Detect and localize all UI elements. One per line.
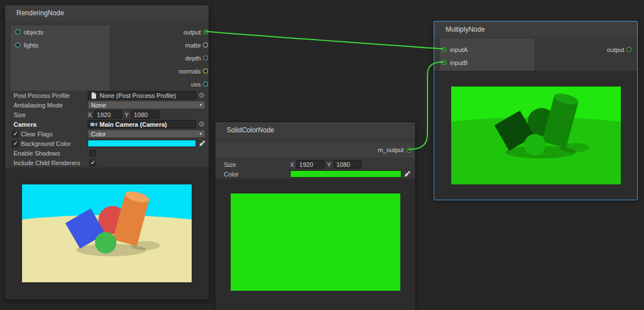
output-row-matte: matte — [110, 38, 209, 51]
color-swatch[interactable] — [290, 170, 401, 178]
size-y-label: Y — [124, 111, 128, 118]
include-child-renderers-label: Include Child Renderers — [5, 160, 88, 166]
camera-value: Main Camera (Camera) — [100, 121, 167, 128]
prop-camera: Camera Main Camera (Camera) ⊙ — [5, 119, 209, 129]
object-picker-icon[interactable]: ⊙ — [198, 120, 205, 128]
port-normals[interactable] — [203, 68, 208, 74]
solid-color-preview-section — [215, 179, 415, 310]
input-row-inputA: inputA — [440, 43, 534, 56]
clear-flags-checkbox[interactable] — [12, 131, 19, 137]
port-lights[interactable] — [15, 42, 20, 48]
post-process-profile-value: None (Post Process Profile) — [100, 92, 176, 99]
size-x-input[interactable] — [94, 110, 122, 119]
multiply-preview-section — [434, 71, 637, 200]
rendering-node[interactable]: RenderingNode objects lights output — [5, 5, 209, 300]
output-row-depth: depth — [110, 51, 209, 64]
multiply-node-header[interactable]: MultiplyNode — [434, 21, 637, 37]
size-label: Size — [5, 111, 88, 118]
size-y-input[interactable] — [131, 110, 159, 119]
port-inputB-label: inputB — [450, 59, 468, 66]
output-row-output: output — [536, 43, 637, 56]
port-inputA[interactable] — [442, 47, 447, 52]
camera-label: Camera — [5, 121, 88, 128]
antialiasing-mode-dropdown[interactable]: None ▾ — [88, 101, 205, 109]
color-label: Color — [215, 171, 290, 178]
clear-flags-dropdown[interactable]: Color ▾ — [88, 130, 205, 138]
solid-color-properties: Size X Y Color — [215, 160, 415, 179]
size-x-label: X — [88, 111, 92, 118]
multiply-inputs-panel: inputA inputB — [440, 38, 534, 71]
prop-color: Color — [215, 169, 415, 179]
include-child-renderers-checkbox[interactable] — [89, 160, 96, 166]
background-color-swatch[interactable] — [88, 140, 196, 147]
solid-color-preview-image — [231, 193, 400, 291]
port-m-output-label: m_output — [378, 147, 404, 153]
port-output-label: output — [607, 46, 624, 53]
clear-flags-value: Color — [91, 131, 106, 137]
object-picker-icon[interactable]: ⊙ — [198, 92, 205, 99]
port-depth[interactable] — [203, 55, 208, 61]
port-output[interactable] — [203, 29, 208, 35]
solid-color-output-band: m_output — [215, 143, 415, 157]
output-row-output: output — [110, 25, 209, 38]
rendering-inputs-panel: objects lights — [11, 25, 110, 91]
input-row-objects: objects — [11, 25, 110, 38]
antialiasing-mode-value: None — [91, 102, 106, 109]
prop-clear-flags: Clear Flags Color ▾ — [5, 129, 209, 139]
prop-post-process-profile: Post Process Profile None (Post Process … — [5, 91, 209, 100]
clear-flags-label: Clear Flags — [21, 131, 53, 137]
port-uvs[interactable] — [203, 81, 208, 87]
input-row-lights: lights — [11, 38, 110, 51]
prop-enable-shadows: Enable Shadows — [5, 148, 209, 158]
dropdown-arrow-icon: ▾ — [200, 131, 202, 136]
document-icon — [90, 92, 97, 99]
port-matte-label: matte — [185, 42, 201, 49]
preview-ball-front — [95, 232, 116, 253]
port-output[interactable] — [626, 47, 632, 52]
rendering-node-header[interactable]: RenderingNode — [5, 5, 209, 21]
size-y-input[interactable] — [334, 160, 362, 169]
post-process-profile-field[interactable]: None (Post Process Profile) — [88, 91, 196, 100]
enable-shadows-checkbox[interactable] — [89, 150, 96, 157]
port-objects[interactable] — [15, 29, 20, 35]
multiply-node[interactable]: MultiplyNode inputA inputB output — [434, 21, 638, 200]
port-uvs-label: uvs — [191, 81, 201, 88]
rendering-preview-section — [5, 167, 209, 299]
size-y-label: Y — [327, 161, 331, 168]
solid-color-node[interactable]: SolidColorNode m_output Size X Y Color — [215, 122, 416, 310]
solid-color-node-title: SolidColorNode — [227, 126, 274, 134]
wire-rendering-output-to-multiply-inputA[interactable] — [206, 32, 444, 49]
node-graph-canvas[interactable]: RenderingNode objects lights output — [0, 0, 644, 310]
port-matte[interactable] — [203, 42, 208, 48]
eyedropper-icon[interactable] — [404, 171, 410, 178]
rendering-outputs-col: output matte depth normals uvs — [110, 25, 209, 91]
size-label: Size — [215, 161, 290, 168]
camera-icon — [90, 121, 97, 128]
rendering-ports-band: objects lights output matte depth — [5, 25, 209, 91]
input-row-inputB: inputB — [440, 56, 534, 69]
background-color-checkbox[interactable] — [12, 140, 19, 147]
output-row-normals: normals — [110, 64, 209, 78]
port-m-output[interactable] — [407, 148, 412, 153]
rendering-properties: Post Process Profile None (Post Process … — [5, 91, 209, 167]
background-color-label: Background Color — [21, 140, 71, 147]
prop-background-color: Background Color — [5, 139, 209, 148]
eyedropper-icon[interactable] — [198, 140, 205, 147]
port-inputB[interactable] — [442, 60, 447, 65]
multiply-node-title: MultiplyNode — [446, 25, 485, 33]
multiply-ports-band: inputA inputB output — [434, 38, 637, 71]
prop-size: Size X Y — [215, 160, 415, 169]
preview-ball-front — [524, 134, 546, 156]
size-x-input[interactable] — [296, 160, 325, 169]
multiply-outputs-col: output — [536, 43, 637, 56]
port-objects-label: objects — [24, 29, 44, 36]
solid-color-node-header[interactable]: SolidColorNode — [215, 122, 415, 138]
post-process-profile-label: Post Process Profile — [5, 92, 88, 99]
dropdown-arrow-icon: ▾ — [200, 102, 202, 107]
port-normals-label: normals — [179, 68, 201, 75]
port-lights-label: lights — [24, 42, 38, 49]
output-row-uvs: uvs — [110, 78, 209, 91]
camera-field[interactable]: Main Camera (Camera) — [88, 120, 196, 128]
port-depth-label: depth — [185, 55, 201, 62]
size-x-label: X — [290, 161, 294, 168]
